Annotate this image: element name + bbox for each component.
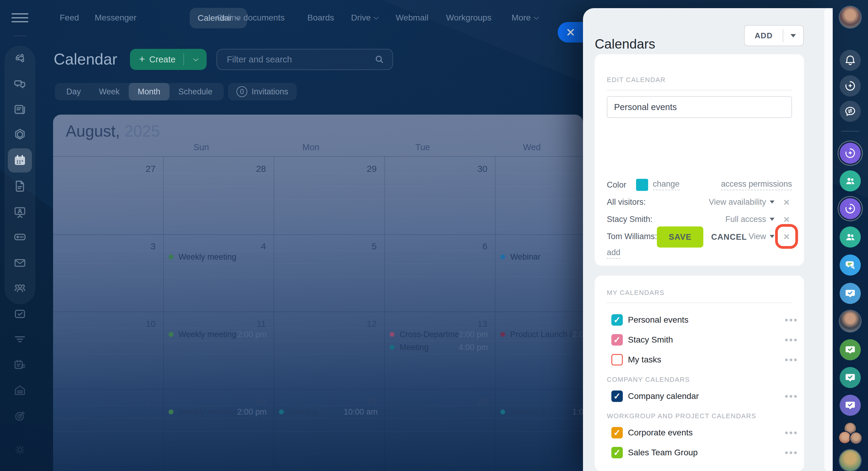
date-cell[interactable]: 27: [125, 164, 156, 174]
date-cell[interactable]: 28: [236, 164, 266, 174]
remove-permission-button[interactable]: ×: [781, 197, 792, 208]
tab-day[interactable]: Day: [57, 83, 90, 100]
tab-week[interactable]: Week: [90, 83, 129, 100]
calendar-month-view[interactable]: August, 2025 Sun Mon Tue Wed 27 28 29 30…: [53, 115, 583, 471]
calendar-event[interactable]: Meeting10:00 am: [279, 406, 378, 418]
date-cell[interactable]: 29: [346, 164, 377, 174]
search-input[interactable]: Filter and search: [217, 49, 393, 70]
nav-online-documents[interactable]: Online documents: [217, 0, 285, 36]
user-avatar[interactable]: [840, 7, 861, 28]
messenger-button[interactable]: [840, 101, 861, 122]
date-cell[interactable]: 3: [125, 241, 156, 251]
calendar-event[interactable]: Workshop1:0: [500, 406, 583, 418]
drive-icon[interactable]: [13, 230, 27, 244]
calendar-event[interactable]: Product Launch I...2:0: [500, 329, 583, 340]
calendar-event[interactable]: Meeting4:00 pm: [390, 342, 488, 353]
create-button[interactable]: + Create: [130, 49, 207, 70]
caret-down-icon[interactable]: [770, 235, 775, 238]
target-icon[interactable]: [13, 409, 27, 423]
tasks-icon[interactable]: [13, 307, 27, 321]
user-avatar[interactable]: [840, 450, 861, 471]
nav-drive[interactable]: Drive: [351, 0, 377, 36]
add-permission-link[interactable]: add: [607, 248, 620, 259]
copilot-workspace-button[interactable]: [840, 198, 861, 219]
item-menu-button[interactable]: [784, 448, 798, 457]
group-avatars[interactable]: [839, 423, 861, 444]
workgroup-chat-button[interactable]: [840, 170, 861, 191]
checkbox-checked[interactable]: [611, 390, 623, 402]
planner-icon[interactable]: [13, 357, 27, 372]
chat-channel-button[interactable]: [840, 254, 861, 276]
invitations-tab[interactable]: 0 Invitations: [228, 83, 297, 100]
copilot-button[interactable]: [840, 75, 861, 96]
funnel-icon[interactable]: [13, 332, 27, 346]
cancel-button[interactable]: CANCEL: [711, 226, 747, 248]
date-cell[interactable]: 10: [125, 319, 156, 329]
item-menu-button[interactable]: [784, 429, 798, 437]
nav-messenger[interactable]: Messenger: [95, 0, 136, 36]
date-cell[interactable]: 17: [125, 396, 156, 406]
chats-icon[interactable]: [13, 77, 27, 91]
mail-icon[interactable]: [13, 256, 27, 270]
task-board-button[interactable]: [840, 283, 861, 304]
item-menu-button[interactable]: [784, 392, 798, 401]
board-icon[interactable]: [13, 205, 27, 219]
nav-boards[interactable]: Boards: [307, 0, 334, 36]
people-icon[interactable]: [13, 281, 27, 295]
permission-level-dropdown[interactable]: View availability: [709, 197, 766, 207]
nav-workgroups[interactable]: Workgroups: [446, 0, 491, 36]
permission-level-dropdown[interactable]: View: [749, 232, 766, 241]
caret-down-icon[interactable]: [770, 218, 775, 221]
checkbox-checked[interactable]: [611, 427, 623, 438]
date-cell[interactable]: 13: [457, 319, 487, 329]
checkbox-checked[interactable]: [611, 314, 623, 326]
remove-permission-button[interactable]: ×: [781, 231, 792, 242]
checkbox-checked[interactable]: [611, 334, 623, 346]
nav-feed[interactable]: Feed: [60, 0, 79, 36]
panel-scrollbar[interactable]: [824, 8, 833, 471]
item-menu-button[interactable]: [784, 355, 798, 364]
panel-close-button[interactable]: [558, 22, 583, 42]
calendar-name-input[interactable]: [607, 96, 792, 118]
calendar-icon[interactable]: [13, 153, 27, 168]
user-avatar[interactable]: [840, 311, 861, 332]
add-dropdown-caret[interactable]: [783, 34, 803, 37]
tab-month[interactable]: Month: [129, 83, 169, 100]
item-menu-button[interactable]: [784, 316, 798, 324]
task-board-button[interactable]: [840, 395, 861, 416]
color-swatch[interactable]: [636, 179, 648, 191]
save-button[interactable]: SAVE: [657, 226, 703, 248]
date-cell[interactable]: 4: [236, 241, 266, 251]
date-cell[interactable]: 19: [346, 396, 377, 406]
calendar-event[interactable]: Webinar5:0: [500, 251, 583, 263]
checkbox-unchecked[interactable]: [611, 354, 623, 366]
color-change-link[interactable]: change: [653, 180, 680, 190]
hexagon-icon[interactable]: [13, 127, 27, 142]
task-board-button[interactable]: [840, 367, 861, 388]
permission-level-dropdown[interactable]: Full access: [725, 215, 766, 224]
nav-more[interactable]: More: [512, 0, 537, 36]
task-board-button[interactable]: [840, 339, 861, 360]
remove-permission-button[interactable]: ×: [781, 214, 792, 225]
nav-webmail[interactable]: Webmail: [396, 0, 428, 36]
date-cell[interactable]: 20: [457, 396, 487, 406]
date-cell[interactable]: 18: [236, 396, 266, 406]
date-cell[interactable]: 11: [236, 319, 266, 329]
access-permissions-link[interactable]: access permissions: [721, 180, 792, 190]
tab-schedule[interactable]: Schedule: [169, 83, 222, 100]
calendar-event[interactable]: Weekly meeting f...2:00 pm: [168, 251, 267, 263]
date-cell[interactable]: 5: [346, 241, 377, 251]
caret-down-icon[interactable]: [770, 200, 775, 203]
calendar-event[interactable]: Cross-Departme...2:00 pm: [390, 329, 488, 340]
notifications-button[interactable]: [840, 50, 861, 71]
menu-icon[interactable]: [11, 13, 28, 23]
calendar-event[interactable]: Weekly meeting f...2:00 pm: [168, 406, 267, 418]
share-icon[interactable]: [13, 51, 27, 65]
news-icon[interactable]: [13, 102, 27, 117]
date-cell[interactable]: 12: [346, 319, 377, 329]
gear-icon[interactable]: [13, 443, 27, 457]
date-cell[interactable]: 30: [457, 164, 487, 174]
checkbox-checked[interactable]: [611, 447, 623, 458]
document-icon[interactable]: [13, 179, 27, 193]
home-icon[interactable]: [13, 383, 27, 398]
